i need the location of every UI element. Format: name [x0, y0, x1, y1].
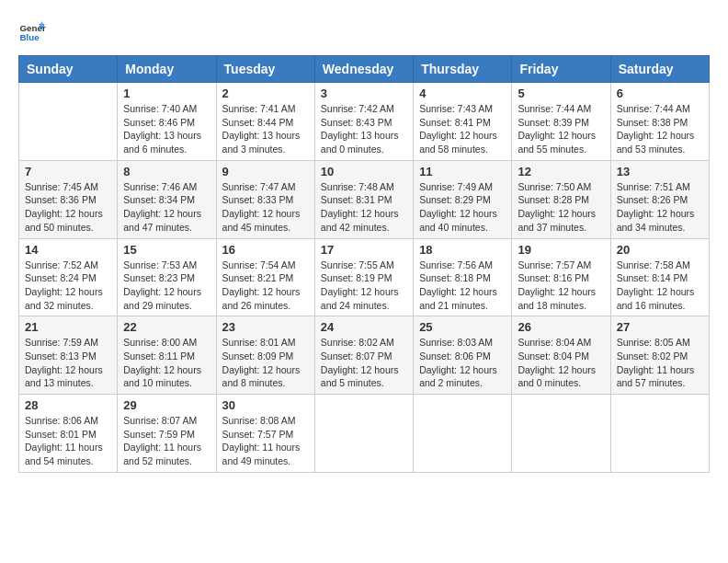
day-number: 7 — [25, 165, 111, 178]
weekday-header-wednesday: Wednesday — [314, 56, 413, 83]
day-number: 11 — [419, 165, 506, 178]
day-number: 15 — [123, 243, 210, 257]
calendar-cell: 8Sunrise: 7:46 AM Sunset: 8:34 PM Daylig… — [118, 160, 216, 238]
day-number: 23 — [222, 320, 309, 334]
calendar-cell: 18Sunrise: 7:56 AM Sunset: 8:18 PM Dayli… — [414, 238, 512, 316]
day-info: Sunrise: 7:41 AM Sunset: 8:44 PM Dayligh… — [222, 102, 309, 156]
logo: General Blue — [18, 18, 46, 46]
calendar-week-row: 7Sunrise: 7:45 AM Sunset: 8:36 PM Daylig… — [19, 160, 710, 238]
day-info: Sunrise: 7:59 AM Sunset: 8:13 PM Dayligh… — [25, 336, 111, 390]
calendar-cell: 19Sunrise: 7:57 AM Sunset: 8:16 PM Dayli… — [512, 238, 610, 316]
calendar-cell: 28Sunrise: 8:06 AM Sunset: 8:01 PM Dayli… — [19, 395, 118, 473]
day-info: Sunrise: 7:40 AM Sunset: 8:46 PM Dayligh… — [123, 102, 210, 156]
day-number: 29 — [123, 398, 210, 412]
day-info: Sunrise: 7:55 AM Sunset: 8:19 PM Dayligh… — [321, 259, 407, 313]
calendar-cell: 27Sunrise: 8:05 AM Sunset: 8:02 PM Dayli… — [610, 316, 709, 395]
weekday-header-monday: Monday — [118, 56, 216, 83]
calendar-cell: 25Sunrise: 8:03 AM Sunset: 8:06 PM Dayli… — [414, 316, 512, 395]
calendar-cell: 12Sunrise: 7:50 AM Sunset: 8:28 PM Dayli… — [512, 160, 610, 238]
calendar-cell — [314, 395, 413, 473]
calendar-cell: 14Sunrise: 7:52 AM Sunset: 8:24 PM Dayli… — [19, 238, 118, 316]
day-number: 26 — [518, 320, 604, 334]
day-number: 2 — [222, 86, 309, 100]
day-number: 25 — [419, 320, 506, 334]
day-number: 24 — [321, 320, 407, 334]
calendar-cell: 10Sunrise: 7:48 AM Sunset: 8:31 PM Dayli… — [314, 160, 413, 238]
day-info: Sunrise: 7:52 AM Sunset: 8:24 PM Dayligh… — [25, 259, 111, 313]
day-number: 19 — [518, 243, 604, 257]
logo-icon: General Blue — [18, 18, 46, 46]
calendar-header: SundayMondayTuesdayWednesdayThursdayFrid… — [19, 56, 710, 83]
day-number: 4 — [419, 86, 506, 100]
day-info: Sunrise: 7:50 AM Sunset: 8:28 PM Dayligh… — [518, 180, 604, 235]
calendar-cell: 22Sunrise: 8:00 AM Sunset: 8:11 PM Dayli… — [118, 316, 216, 395]
calendar-week-row: 1Sunrise: 7:40 AM Sunset: 8:46 PM Daylig… — [19, 83, 710, 161]
calendar-cell: 29Sunrise: 8:07 AM Sunset: 7:59 PM Dayli… — [118, 395, 216, 473]
day-info: Sunrise: 7:44 AM Sunset: 8:39 PM Dayligh… — [518, 102, 604, 156]
day-number: 9 — [222, 165, 309, 178]
calendar-cell: 5Sunrise: 7:44 AM Sunset: 8:39 PM Daylig… — [512, 83, 610, 161]
day-number: 21 — [25, 320, 111, 334]
weekday-header-friday: Friday — [512, 56, 610, 83]
day-info: Sunrise: 7:58 AM Sunset: 8:14 PM Dayligh… — [617, 259, 703, 313]
day-number: 1 — [123, 86, 210, 100]
day-info: Sunrise: 7:54 AM Sunset: 8:21 PM Dayligh… — [222, 259, 309, 313]
day-info: Sunrise: 7:53 AM Sunset: 8:23 PM Dayligh… — [123, 259, 210, 313]
day-number: 17 — [321, 243, 407, 257]
calendar-cell: 16Sunrise: 7:54 AM Sunset: 8:21 PM Dayli… — [216, 238, 314, 316]
calendar-cell: 26Sunrise: 8:04 AM Sunset: 8:04 PM Dayli… — [512, 316, 610, 395]
calendar-week-row: 14Sunrise: 7:52 AM Sunset: 8:24 PM Dayli… — [19, 238, 710, 316]
calendar-cell: 24Sunrise: 8:02 AM Sunset: 8:07 PM Dayli… — [314, 316, 413, 395]
calendar-cell: 17Sunrise: 7:55 AM Sunset: 8:19 PM Dayli… — [314, 238, 413, 316]
day-number: 20 — [617, 243, 703, 257]
calendar-cell: 30Sunrise: 8:08 AM Sunset: 7:57 PM Dayli… — [216, 395, 314, 473]
calendar-cell: 23Sunrise: 8:01 AM Sunset: 8:09 PM Dayli… — [216, 316, 314, 395]
day-info: Sunrise: 8:08 AM Sunset: 7:57 PM Dayligh… — [222, 414, 309, 468]
day-info: Sunrise: 8:00 AM Sunset: 8:11 PM Dayligh… — [123, 336, 210, 390]
calendar-week-row: 28Sunrise: 8:06 AM Sunset: 8:01 PM Dayli… — [19, 395, 710, 473]
calendar-cell: 20Sunrise: 7:58 AM Sunset: 8:14 PM Dayli… — [610, 238, 709, 316]
weekday-header-thursday: Thursday — [414, 56, 512, 83]
svg-text:Blue: Blue — [20, 32, 40, 42]
calendar-cell: 15Sunrise: 7:53 AM Sunset: 8:23 PM Dayli… — [118, 238, 216, 316]
day-info: Sunrise: 7:46 AM Sunset: 8:34 PM Dayligh… — [123, 180, 210, 235]
calendar-cell: 7Sunrise: 7:45 AM Sunset: 8:36 PM Daylig… — [19, 160, 118, 238]
day-info: Sunrise: 7:56 AM Sunset: 8:18 PM Dayligh… — [419, 259, 506, 313]
day-number: 27 — [617, 320, 703, 334]
calendar-cell: 11Sunrise: 7:49 AM Sunset: 8:29 PM Dayli… — [414, 160, 512, 238]
day-info: Sunrise: 8:04 AM Sunset: 8:04 PM Dayligh… — [518, 336, 604, 390]
page-header: General Blue — [18, 18, 710, 46]
calendar-cell — [512, 395, 610, 473]
day-info: Sunrise: 7:48 AM Sunset: 8:31 PM Dayligh… — [321, 180, 407, 235]
day-number: 16 — [222, 243, 309, 257]
day-number: 12 — [518, 165, 604, 178]
day-number: 22 — [123, 320, 210, 334]
day-number: 30 — [222, 398, 309, 412]
calendar-body: 1Sunrise: 7:40 AM Sunset: 8:46 PM Daylig… — [19, 83, 710, 473]
day-number: 10 — [321, 165, 407, 178]
calendar-cell: 21Sunrise: 7:59 AM Sunset: 8:13 PM Dayli… — [19, 316, 118, 395]
day-number: 8 — [123, 165, 210, 178]
day-info: Sunrise: 8:03 AM Sunset: 8:06 PM Dayligh… — [419, 336, 506, 390]
day-info: Sunrise: 7:44 AM Sunset: 8:38 PM Dayligh… — [617, 102, 703, 156]
day-number: 28 — [25, 398, 111, 412]
weekday-header-saturday: Saturday — [610, 56, 709, 83]
calendar-week-row: 21Sunrise: 7:59 AM Sunset: 8:13 PM Dayli… — [19, 316, 710, 395]
weekday-header-sunday: Sunday — [19, 56, 118, 83]
day-info: Sunrise: 8:07 AM Sunset: 7:59 PM Dayligh… — [123, 414, 210, 468]
calendar-cell: 1Sunrise: 7:40 AM Sunset: 8:46 PM Daylig… — [118, 83, 216, 161]
day-info: Sunrise: 8:02 AM Sunset: 8:07 PM Dayligh… — [321, 336, 407, 390]
calendar-cell: 2Sunrise: 7:41 AM Sunset: 8:44 PM Daylig… — [216, 83, 314, 161]
day-info: Sunrise: 7:43 AM Sunset: 8:41 PM Dayligh… — [419, 102, 506, 156]
day-number: 18 — [419, 243, 506, 257]
calendar-cell: 9Sunrise: 7:47 AM Sunset: 8:33 PM Daylig… — [216, 160, 314, 238]
day-number: 6 — [617, 86, 703, 100]
day-info: Sunrise: 8:06 AM Sunset: 8:01 PM Dayligh… — [25, 414, 111, 468]
calendar-cell — [19, 83, 118, 161]
day-info: Sunrise: 7:45 AM Sunset: 8:36 PM Dayligh… — [25, 180, 111, 235]
day-number: 13 — [617, 165, 703, 178]
weekday-header-tuesday: Tuesday — [216, 56, 314, 83]
weekday-header-row: SundayMondayTuesdayWednesdayThursdayFrid… — [19, 56, 710, 83]
day-info: Sunrise: 7:47 AM Sunset: 8:33 PM Dayligh… — [222, 180, 309, 235]
day-info: Sunrise: 8:01 AM Sunset: 8:09 PM Dayligh… — [222, 336, 309, 390]
